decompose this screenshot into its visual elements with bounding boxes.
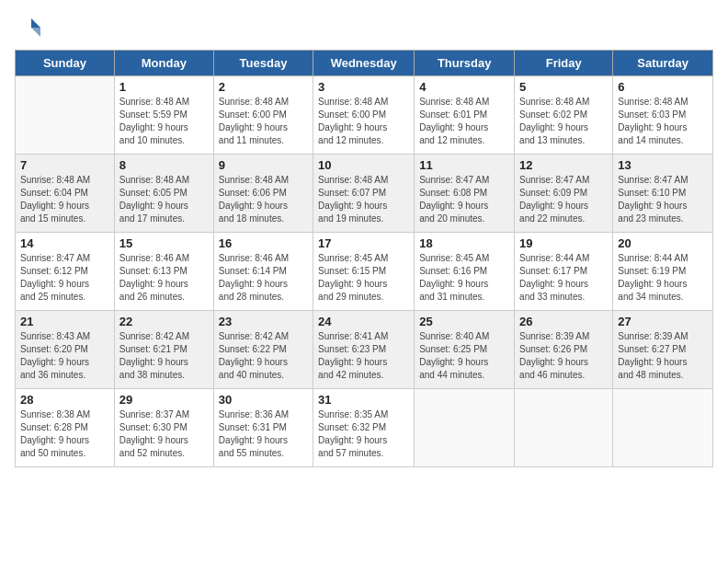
calendar-week-row: 28Sunrise: 8:38 AM Sunset: 6:28 PM Dayli… bbox=[16, 389, 713, 467]
day-number: 17 bbox=[318, 236, 409, 250]
day-number: 26 bbox=[519, 315, 608, 328]
day-header-tuesday: Tuesday bbox=[213, 51, 313, 76]
calendar-day-cell bbox=[16, 76, 115, 155]
day-number: 1 bbox=[119, 80, 209, 94]
day-number: 27 bbox=[618, 315, 708, 328]
day-number: 16 bbox=[219, 236, 308, 250]
calendar-day-cell: 13Sunrise: 8:47 AM Sunset: 6:10 PM Dayli… bbox=[613, 155, 713, 233]
day-info: Sunrise: 8:42 AM Sunset: 6:21 PM Dayligh… bbox=[119, 330, 209, 382]
calendar-day-cell: 15Sunrise: 8:46 AM Sunset: 6:13 PM Dayli… bbox=[114, 233, 213, 311]
day-info: Sunrise: 8:40 AM Sunset: 6:25 PM Dayligh… bbox=[419, 330, 509, 382]
day-number: 24 bbox=[318, 315, 409, 328]
calendar-day-cell: 5Sunrise: 8:48 AM Sunset: 6:02 PM Daylig… bbox=[515, 76, 613, 155]
calendar-day-cell: 3Sunrise: 8:48 AM Sunset: 6:00 PM Daylig… bbox=[313, 76, 415, 155]
calendar-day-cell: 4Sunrise: 8:48 AM Sunset: 6:01 PM Daylig… bbox=[415, 76, 515, 155]
day-number: 19 bbox=[519, 236, 608, 250]
day-info: Sunrise: 8:48 AM Sunset: 6:04 PM Dayligh… bbox=[20, 174, 109, 225]
calendar-week-row: 1Sunrise: 8:48 AM Sunset: 5:59 PM Daylig… bbox=[16, 76, 713, 155]
day-info: Sunrise: 8:38 AM Sunset: 6:28 PM Dayligh… bbox=[20, 408, 109, 460]
calendar-day-cell: 22Sunrise: 8:42 AM Sunset: 6:21 PM Dayli… bbox=[114, 311, 213, 389]
calendar-day-cell: 17Sunrise: 8:45 AM Sunset: 6:15 PM Dayli… bbox=[313, 233, 415, 311]
day-number: 4 bbox=[419, 80, 509, 94]
calendar-day-cell: 7Sunrise: 8:48 AM Sunset: 6:04 PM Daylig… bbox=[16, 155, 115, 233]
day-header-sunday: Sunday bbox=[16, 51, 115, 76]
day-number: 30 bbox=[219, 393, 308, 407]
day-header-friday: Friday bbox=[515, 51, 613, 76]
calendar-day-cell bbox=[613, 389, 713, 467]
day-info: Sunrise: 8:48 AM Sunset: 6:05 PM Dayligh… bbox=[119, 174, 209, 225]
logo bbox=[15, 15, 46, 42]
calendar-day-cell: 8Sunrise: 8:48 AM Sunset: 6:05 PM Daylig… bbox=[114, 155, 213, 233]
calendar-day-cell: 18Sunrise: 8:45 AM Sunset: 6:16 PM Dayli… bbox=[415, 233, 515, 311]
calendar-day-cell: 12Sunrise: 8:47 AM Sunset: 6:09 PM Dayli… bbox=[515, 155, 613, 233]
day-number: 31 bbox=[318, 393, 409, 407]
calendar-day-cell: 20Sunrise: 8:44 AM Sunset: 6:19 PM Dayli… bbox=[613, 233, 713, 311]
day-number: 21 bbox=[20, 315, 109, 328]
day-number: 22 bbox=[119, 315, 209, 328]
calendar-week-row: 14Sunrise: 8:47 AM Sunset: 6:12 PM Dayli… bbox=[16, 233, 713, 311]
day-info: Sunrise: 8:47 AM Sunset: 6:08 PM Dayligh… bbox=[419, 174, 509, 225]
day-info: Sunrise: 8:39 AM Sunset: 6:27 PM Dayligh… bbox=[618, 330, 708, 382]
day-info: Sunrise: 8:48 AM Sunset: 5:59 PM Dayligh… bbox=[119, 96, 209, 147]
day-number: 13 bbox=[618, 158, 708, 172]
calendar-day-cell: 21Sunrise: 8:43 AM Sunset: 6:20 PM Dayli… bbox=[16, 311, 115, 389]
day-info: Sunrise: 8:45 AM Sunset: 6:16 PM Dayligh… bbox=[419, 252, 509, 304]
day-info: Sunrise: 8:43 AM Sunset: 6:20 PM Dayligh… bbox=[20, 330, 109, 382]
day-info: Sunrise: 8:44 AM Sunset: 6:19 PM Dayligh… bbox=[618, 252, 708, 304]
calendar-day-cell: 6Sunrise: 8:48 AM Sunset: 6:03 PM Daylig… bbox=[613, 76, 713, 155]
day-info: Sunrise: 8:45 AM Sunset: 6:15 PM Dayligh… bbox=[318, 252, 409, 304]
day-info: Sunrise: 8:35 AM Sunset: 6:32 PM Dayligh… bbox=[318, 408, 409, 460]
day-header-saturday: Saturday bbox=[613, 51, 713, 76]
calendar-day-cell: 25Sunrise: 8:40 AM Sunset: 6:25 PM Dayli… bbox=[415, 311, 515, 389]
day-number: 25 bbox=[419, 315, 509, 328]
day-number: 10 bbox=[318, 158, 409, 172]
calendar-day-cell: 1Sunrise: 8:48 AM Sunset: 5:59 PM Daylig… bbox=[114, 76, 213, 155]
calendar-table: SundayMondayTuesdayWednesdayThursdayFrid… bbox=[15, 50, 713, 467]
day-info: Sunrise: 8:48 AM Sunset: 6:07 PM Dayligh… bbox=[318, 174, 409, 225]
day-header-thursday: Thursday bbox=[415, 51, 515, 76]
calendar-day-cell bbox=[515, 389, 613, 467]
day-number: 9 bbox=[219, 158, 308, 172]
day-info: Sunrise: 8:44 AM Sunset: 6:17 PM Dayligh… bbox=[519, 252, 608, 304]
day-number: 18 bbox=[419, 236, 509, 250]
day-info: Sunrise: 8:42 AM Sunset: 6:22 PM Dayligh… bbox=[219, 330, 308, 382]
svg-marker-1 bbox=[31, 28, 40, 37]
day-number: 15 bbox=[119, 236, 209, 250]
calendar-header-row: SundayMondayTuesdayWednesdayThursdayFrid… bbox=[16, 51, 713, 76]
calendar-day-cell: 26Sunrise: 8:39 AM Sunset: 6:26 PM Dayli… bbox=[515, 311, 613, 389]
day-number: 12 bbox=[519, 158, 608, 172]
day-number: 8 bbox=[119, 158, 209, 172]
page-header bbox=[15, 15, 713, 42]
day-info: Sunrise: 8:48 AM Sunset: 6:01 PM Dayligh… bbox=[419, 96, 509, 147]
calendar-week-row: 21Sunrise: 8:43 AM Sunset: 6:20 PM Dayli… bbox=[16, 311, 713, 389]
day-info: Sunrise: 8:48 AM Sunset: 6:06 PM Dayligh… bbox=[219, 174, 308, 225]
calendar-day-cell: 14Sunrise: 8:47 AM Sunset: 6:12 PM Dayli… bbox=[16, 233, 115, 311]
day-number: 6 bbox=[618, 80, 708, 94]
day-header-monday: Monday bbox=[114, 51, 213, 76]
day-number: 23 bbox=[219, 315, 308, 328]
calendar-day-cell: 2Sunrise: 8:48 AM Sunset: 6:00 PM Daylig… bbox=[213, 76, 313, 155]
day-info: Sunrise: 8:46 AM Sunset: 6:13 PM Dayligh… bbox=[119, 252, 209, 304]
day-info: Sunrise: 8:47 AM Sunset: 6:12 PM Dayligh… bbox=[20, 252, 109, 304]
calendar-day-cell: 23Sunrise: 8:42 AM Sunset: 6:22 PM Dayli… bbox=[213, 311, 313, 389]
day-number: 29 bbox=[119, 393, 209, 407]
calendar-day-cell bbox=[415, 389, 515, 467]
day-number: 28 bbox=[20, 393, 109, 407]
day-info: Sunrise: 8:36 AM Sunset: 6:31 PM Dayligh… bbox=[219, 408, 308, 460]
day-number: 2 bbox=[219, 80, 308, 94]
day-info: Sunrise: 8:48 AM Sunset: 6:00 PM Dayligh… bbox=[219, 96, 308, 147]
calendar-week-row: 7Sunrise: 8:48 AM Sunset: 6:04 PM Daylig… bbox=[16, 155, 713, 233]
day-info: Sunrise: 8:48 AM Sunset: 6:03 PM Dayligh… bbox=[618, 96, 708, 147]
day-info: Sunrise: 8:48 AM Sunset: 6:00 PM Dayligh… bbox=[318, 96, 409, 147]
day-info: Sunrise: 8:48 AM Sunset: 6:02 PM Dayligh… bbox=[519, 96, 608, 147]
calendar-day-cell: 28Sunrise: 8:38 AM Sunset: 6:28 PM Dayli… bbox=[16, 389, 115, 467]
day-number: 20 bbox=[618, 236, 708, 250]
svg-marker-0 bbox=[31, 18, 40, 28]
calendar-day-cell: 11Sunrise: 8:47 AM Sunset: 6:08 PM Dayli… bbox=[415, 155, 515, 233]
day-number: 14 bbox=[20, 236, 109, 250]
day-info: Sunrise: 8:41 AM Sunset: 6:23 PM Dayligh… bbox=[318, 330, 409, 382]
calendar-day-cell: 19Sunrise: 8:44 AM Sunset: 6:17 PM Dayli… bbox=[515, 233, 613, 311]
logo-icon bbox=[15, 15, 42, 42]
day-info: Sunrise: 8:47 AM Sunset: 6:09 PM Dayligh… bbox=[519, 174, 608, 225]
calendar-day-cell: 9Sunrise: 8:48 AM Sunset: 6:06 PM Daylig… bbox=[213, 155, 313, 233]
